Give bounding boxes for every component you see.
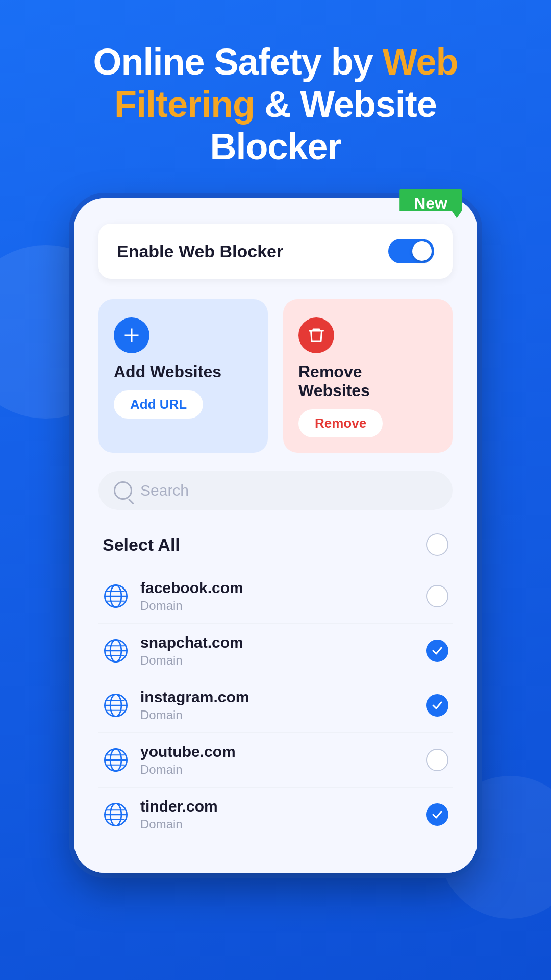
plus-icon — [122, 326, 141, 345]
trash-icon: path{fill:none;stroke:white;stroke-width… — [307, 326, 325, 345]
select-all-checkbox[interactable] — [426, 533, 448, 556]
site-type: Domain — [140, 817, 426, 831]
globe-icon — [103, 747, 129, 773]
list-item: facebook.com Domain — [98, 569, 453, 624]
svg-rect-1 — [125, 335, 139, 336]
add-websites-title: Add Websites — [114, 362, 253, 381]
site-checkbox[interactable] — [426, 803, 448, 826]
remove-websites-icon-bg: path{fill:none;stroke:white;stroke-width… — [298, 317, 334, 353]
site-info: instagram.com Domain — [140, 689, 426, 722]
site-type: Domain — [140, 763, 426, 777]
toggle-thumb — [412, 241, 432, 261]
search-placeholder: Search — [140, 482, 189, 499]
add-websites-icon-bg — [114, 317, 149, 353]
site-info: tinder.com Domain — [140, 798, 426, 831]
site-name: instagram.com — [140, 689, 426, 706]
list-item: tinder.com Domain — [98, 788, 453, 842]
site-info: snapchat.com Domain — [140, 634, 426, 668]
site-info: facebook.com Domain — [140, 579, 426, 613]
headline-line2-white: & Website — [264, 84, 437, 125]
phone-screen: Enable Web Blocker Add Websites A — [74, 198, 477, 873]
site-type: Domain — [140, 599, 426, 613]
globe-icon — [103, 801, 129, 828]
remove-websites-title: Remove Websites — [298, 362, 437, 400]
phone-device: Enable Web Blocker Add Websites A — [74, 198, 477, 873]
globe-icon — [103, 583, 129, 609]
web-blocker-toggle[interactable] — [388, 239, 434, 263]
select-all-row: Select All — [98, 525, 453, 564]
header: Online Safety by Web Filtering & Website… — [53, 41, 499, 167]
site-checkbox[interactable] — [426, 585, 448, 607]
site-name: snapchat.com — [140, 634, 426, 651]
headline-line2-highlight: Filtering — [114, 84, 255, 125]
headline: Online Safety by Web Filtering & Website… — [93, 41, 458, 167]
enable-web-blocker-row: Enable Web Blocker — [98, 224, 453, 279]
remove-button[interactable]: Remove — [298, 409, 383, 437]
site-name: youtube.com — [140, 743, 426, 761]
phone-wrapper: New Enable Web Blocker — [74, 198, 477, 873]
list-item: youtube.com Domain — [98, 733, 453, 788]
headline-line1-white: Online Safety by — [93, 41, 373, 82]
site-checkbox[interactable] — [426, 694, 448, 717]
remove-websites-card: path{fill:none;stroke:white;stroke-width… — [283, 299, 453, 453]
site-name: facebook.com — [140, 579, 426, 597]
headline-line1-highlight: Web — [383, 41, 458, 82]
select-all-label: Select All — [103, 535, 180, 555]
action-cards: Add Websites Add URL path{fill:none;stro… — [98, 299, 453, 453]
list-item: snapchat.com Domain — [98, 624, 453, 678]
list-item: instagram.com Domain — [98, 678, 453, 733]
add-url-button[interactable]: Add URL — [114, 390, 203, 419]
search-bar[interactable]: Search — [98, 471, 453, 510]
site-checkbox[interactable] — [426, 749, 448, 771]
website-list: facebook.com Domain snapchat.com Domain … — [98, 569, 453, 842]
site-name: tinder.com — [140, 798, 426, 815]
site-type: Domain — [140, 653, 426, 668]
globe-icon — [103, 638, 129, 664]
site-checkbox[interactable] — [426, 640, 448, 662]
enable-web-blocker-label: Enable Web Blocker — [117, 241, 283, 261]
globe-icon — [103, 692, 129, 719]
site-type: Domain — [140, 708, 426, 722]
search-icon — [114, 481, 132, 500]
site-info: youtube.com Domain — [140, 743, 426, 777]
add-websites-card: Add Websites Add URL — [98, 299, 268, 453]
headline-line3: Blocker — [210, 126, 341, 167]
